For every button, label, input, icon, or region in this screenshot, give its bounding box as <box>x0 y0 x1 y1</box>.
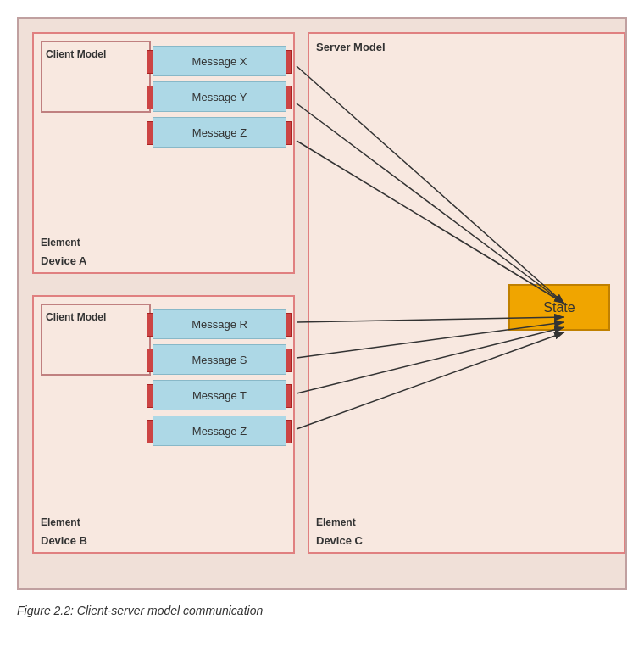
state-box: State <box>508 284 610 331</box>
device-a-panel: Client Model Message X Message Y Message… <box>32 32 295 274</box>
server-model-label: Server Model <box>316 41 386 53</box>
messages-column-b: Message R Message S Message T Message Z <box>153 309 286 446</box>
device-c-panel: Server Model State Element Device C <box>308 32 625 554</box>
client-model-a-label: Client Model <box>46 48 106 60</box>
element-label-c: Element <box>316 516 356 528</box>
diagram-container: Client Model Message X Message Y Message… <box>17 17 627 590</box>
client-model-a: Client Model <box>41 41 151 113</box>
messages-column-a: Message X Message Y Message Z <box>153 46 286 148</box>
element-label-a: Element <box>41 237 80 248</box>
message-y: Message Y <box>153 81 286 112</box>
message-z-a: Message Z <box>153 117 286 148</box>
device-b-panel: Client Model Message R Message S Message… <box>32 295 295 554</box>
client-model-b-label: Client Model <box>46 311 106 323</box>
message-x: Message X <box>153 46 286 76</box>
device-c-label: Device C <box>316 534 363 547</box>
message-z-b: Message Z <box>153 416 286 446</box>
state-label: State <box>543 300 575 315</box>
message-s: Message S <box>153 344 286 375</box>
device-a-label: Device A <box>41 254 86 267</box>
message-r: Message R <box>153 309 286 339</box>
element-label-b: Element <box>41 516 80 528</box>
diagram-inner: Client Model Message X Message Y Message… <box>32 32 612 575</box>
message-t: Message T <box>153 380 286 410</box>
device-b-label: Device B <box>41 534 87 547</box>
client-model-b: Client Model <box>41 304 151 376</box>
figure-caption: Figure 2.2: Client-server model communic… <box>17 604 627 617</box>
